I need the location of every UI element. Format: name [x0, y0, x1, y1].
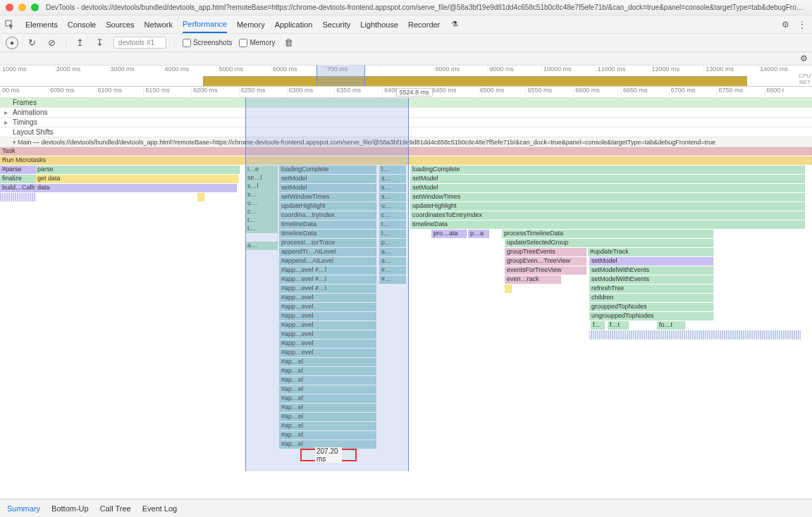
close-icon[interactable] — [6, 4, 13, 11]
flame-bar[interactable]: #app…evel — [279, 294, 376, 302]
flame-bar[interactable]: setModel — [410, 184, 805, 192]
flame-bar[interactable]: s… — [379, 184, 406, 192]
tab-performance[interactable]: Performance — [183, 16, 227, 33]
flame-bar[interactable]: #ap…el — [279, 404, 376, 412]
reload-icon[interactable]: ↻ — [25, 37, 38, 49]
gear-icon[interactable]: ⚙ — [800, 54, 808, 63]
tab-event-log[interactable]: Event Log — [142, 504, 178, 513]
flame-bar[interactable]: a… — [379, 257, 406, 266]
flame-bar[interactable]: parse — [35, 166, 240, 174]
tab-memory[interactable]: Memory — [237, 17, 265, 32]
flame-bar[interactable]: #parse — [0, 166, 35, 174]
flame-bar[interactable]: get data — [35, 175, 238, 183]
flame-bar[interactable]: setModel — [279, 184, 376, 192]
flame-bar[interactable]: t… — [379, 220, 406, 229]
flame-bar[interactable]: #ap…el — [279, 394, 376, 403]
flame-bar[interactable]: #app…evel #…l — [279, 266, 376, 275]
clear-icon[interactable]: ⊘ — [45, 37, 58, 49]
flame-bar[interactable]: setModel — [279, 175, 376, 183]
download-icon[interactable]: ↧ — [94, 37, 106, 49]
tab-network[interactable]: Network — [144, 17, 173, 32]
flame-bar[interactable]: c… — [379, 211, 406, 220]
flame-bar[interactable]: #… — [379, 275, 406, 284]
flame-bar[interactable]: processI…torTrace — [279, 239, 376, 247]
tab-bottom-up[interactable]: Bottom-Up — [51, 504, 89, 513]
trash-icon[interactable]: 🗑 — [283, 37, 295, 49]
flame-bar[interactable]: #ap…el — [279, 367, 376, 375]
flask-icon: ⚗ — [451, 20, 458, 29]
timings-track[interactable]: Timings — [0, 118, 812, 127]
flame-bar[interactable] — [197, 193, 204, 201]
flame-bar[interactable]: data — [35, 184, 237, 192]
main-thread-header[interactable]: Main — devtools://devtools/bundled/devto… — [0, 137, 812, 147]
zoom-icon[interactable] — [31, 4, 39, 11]
tab-application[interactable]: Application — [275, 17, 313, 32]
inspect-icon[interactable] — [4, 19, 16, 30]
flame-bar[interactable]: finalize — [0, 175, 35, 183]
profile-dropdown[interactable]: devtools #1 — [113, 37, 166, 49]
flame-bar[interactable]: #app…evel #…l — [279, 275, 376, 284]
flame-bar[interactable]: updateHighlight — [410, 202, 805, 211]
flame-abbrev-col: l…e se…l s…l s… u… c… t… t… a… — [245, 166, 278, 250]
flame-bar[interactable]: #app…evel — [279, 303, 376, 311]
flame-bar[interactable]: coordina…tryIndex — [279, 211, 376, 220]
overview-timeline[interactable]: 1000 ms2000 ms3000 ms 4000 ms5000 ms6000… — [0, 66, 812, 87]
flame-bar[interactable]: #app…evel #…l — [279, 285, 376, 293]
flame-bar[interactable]: #app…evel — [279, 330, 376, 339]
flame-bar[interactable]: u… — [379, 202, 406, 211]
tab-call-tree[interactable]: Call Tree — [100, 504, 131, 513]
tab-console[interactable]: Console — [68, 17, 96, 32]
flame-bar[interactable]: p… — [379, 239, 406, 247]
flame-bar[interactable]: a… — [379, 248, 406, 256]
memory-checkbox[interactable]: Memory — [239, 39, 275, 47]
overview-selection[interactable] — [316, 66, 365, 86]
flame-bar[interactable]: #ap…el — [279, 413, 376, 421]
tab-security[interactable]: Security — [322, 17, 350, 32]
flame-bar[interactable]: #… — [379, 266, 406, 275]
flame-microtasks[interactable]: Run Microtasks — [0, 156, 812, 165]
layout-shifts-track[interactable]: Layout Shifts — [0, 127, 812, 137]
flame-bar[interactable]: appendTr…AtLevel — [279, 248, 376, 256]
flame-bar[interactable]: #app…evel — [279, 340, 376, 348]
flame-bar[interactable]: #ap…el — [279, 358, 376, 366]
flame-bar[interactable]: #ap…el — [279, 385, 376, 394]
flame-bar[interactable]: setWindowTimes — [410, 193, 805, 201]
tab-recorder[interactable]: Recorder — [408, 17, 440, 32]
flame-bar[interactable]: #ap…el — [279, 431, 376, 440]
flame-bar[interactable]: t… — [379, 230, 406, 238]
frames-track[interactable]: Frames 5524.8 ms — [0, 98, 812, 108]
flame-bar[interactable]: #app…evel — [279, 321, 376, 330]
tab-summary[interactable]: Summary — [7, 504, 40, 513]
flame-bar[interactable]: loadingComplete — [410, 166, 805, 174]
flame-bar[interactable]: #ap…el — [279, 422, 376, 430]
flame-bar[interactable]: build…Calls — [0, 184, 35, 192]
flame-bar[interactable]: loadingComplete — [279, 166, 376, 174]
tab-elements[interactable]: Elements — [25, 17, 58, 32]
flame-bar[interactable]: s… — [379, 175, 406, 183]
flame-bar[interactable]: l… — [379, 166, 406, 174]
flame-bar[interactable]: timelineData — [410, 220, 805, 229]
flame-bar[interactable]: timelineData — [279, 220, 376, 229]
flame-bar[interactable]: #app…evel — [279, 349, 376, 357]
screenshots-checkbox[interactable]: Screenshots — [183, 39, 233, 47]
flame-chart[interactable]: Task Run Microtasks #parse parse finaliz… — [0, 147, 812, 471]
record-icon[interactable]: ● — [6, 37, 18, 49]
tab-sources[interactable]: Sources — [106, 17, 134, 32]
upload-icon[interactable]: ↥ — [74, 37, 87, 49]
settings-icon[interactable]: ⚙ — [780, 19, 791, 30]
flame-bar[interactable]: #ap…el — [279, 376, 376, 385]
flame-bar[interactable]: #app…evel — [279, 312, 376, 320]
flame-bar[interactable]: setModel — [410, 175, 805, 183]
more-icon[interactable]: ⋮ — [796, 19, 808, 30]
flame-bar[interactable]: coordinatesToEntryIndex — [410, 211, 805, 220]
flame-bar[interactable]: timelineData — [279, 230, 376, 238]
flame-bar[interactable]: #append…AtLevel — [279, 257, 376, 266]
flame-bar[interactable]: setWindowTimes — [279, 193, 376, 201]
flame-bar[interactable]: #ap…el — [279, 440, 376, 449]
flame-task[interactable]: Task — [0, 147, 812, 156]
animations-track[interactable]: Animations — [0, 108, 812, 118]
flame-bar[interactable]: s… — [379, 193, 406, 201]
flame-bar[interactable]: updateHighlight — [279, 202, 376, 211]
minimize-icon[interactable] — [18, 4, 26, 11]
tab-lighthouse[interactable]: Lighthouse — [360, 17, 398, 32]
